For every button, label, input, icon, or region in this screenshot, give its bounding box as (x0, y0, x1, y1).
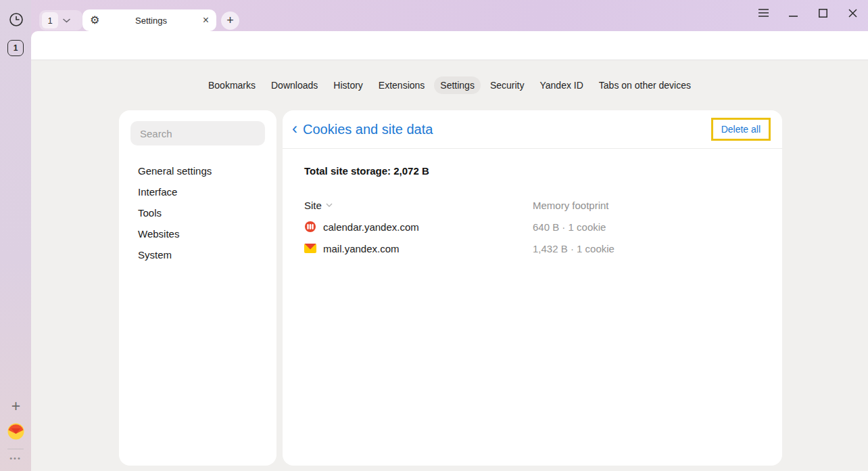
browser-side-strip: 1 + ••• (0, 0, 31, 471)
back-chevron-icon: ‹ (292, 120, 297, 138)
browser-tab-settings[interactable]: ⚙ Settings × (82, 9, 216, 31)
settings-nav-tabs: Bookmarks Downloads History Extensions S… (31, 76, 868, 94)
tab-group-count: 1 (42, 12, 58, 28)
site-cell: mail.yandex.com (304, 243, 533, 254)
sidebar-add-button[interactable]: + (7, 397, 25, 416)
history-clock-icon[interactable] (7, 11, 25, 28)
nav-tab-yandex-id[interactable]: Yandex ID (533, 76, 589, 94)
site-cell: calendar.yandex.com (304, 221, 533, 233)
cookies-title: Cookies and site data (303, 122, 433, 137)
tab-group-pill[interactable]: 1 (39, 10, 82, 30)
nav-tab-history[interactable]: History (327, 76, 369, 94)
tab-count-badge[interactable]: 1 (7, 40, 24, 56)
delete-all-button[interactable]: Delete all (711, 118, 771, 141)
search-input[interactable] (130, 121, 265, 145)
nav-tab-extensions[interactable]: Extensions (372, 76, 431, 94)
site-table-header: Site Memory footprint (304, 194, 761, 216)
settings-sections-list: General settings Interface Tools Website… (119, 160, 276, 265)
window-close-button[interactable] (844, 4, 861, 22)
total-storage-line: Total site storage: 2,072 B (304, 165, 761, 177)
nav-tab-security[interactable]: Security (484, 76, 531, 94)
nav-tab-settings[interactable]: Settings (434, 76, 481, 94)
cookies-body: Total site storage: 2,072 B Site Memory … (283, 165, 782, 259)
hamburger-icon (758, 9, 769, 17)
ellipsis-icon: ••• (9, 454, 22, 462)
clock-icon (9, 12, 24, 27)
sidebar-item-general-settings[interactable]: General settings (119, 160, 276, 181)
gear-icon: ⚙ (90, 15, 99, 26)
strip-more-button[interactable]: ••• (5, 452, 26, 464)
tab-count-label: 1 (14, 43, 18, 53)
tab-title: Settings (99, 16, 202, 26)
yandex-calendar-favicon (304, 221, 316, 233)
sidebar-item-interface[interactable]: Interface (119, 181, 276, 202)
strip-divider (7, 449, 24, 449)
settings-page: Bookmarks Downloads History Extensions S… (31, 60, 868, 471)
total-storage-label: Total site storage: (304, 165, 391, 177)
table-row[interactable]: mail.yandex.com 1,432 B · 1 cookie (304, 238, 761, 259)
site-column-header[interactable]: Site (304, 200, 533, 211)
sort-chevron-icon (326, 203, 333, 207)
yandex-mail-icon (7, 422, 25, 441)
table-row[interactable]: calendar.yandex.com 640 B · 1 cookie (304, 216, 761, 238)
yandex-mail-app-button[interactable] (7, 422, 25, 441)
yandex-mail-favicon (304, 243, 316, 254)
window-maximize-button[interactable] (814, 4, 831, 22)
memory-cell: 1,432 B · 1 cookie (533, 243, 761, 254)
sidebar-item-tools[interactable]: Tools (119, 202, 276, 223)
nav-tab-other-devices[interactable]: Tabs on other devices (593, 76, 697, 94)
minimize-icon (789, 9, 798, 17)
site-column-label: Site (304, 200, 322, 211)
total-storage-value: 2,072 B (393, 165, 429, 177)
cookies-back-link[interactable]: ‹ Cookies and site data (292, 120, 433, 138)
close-icon (848, 9, 857, 18)
sidebar-item-system[interactable]: System (119, 244, 276, 265)
site-name: mail.yandex.com (323, 243, 400, 254)
site-table: Site Memory footprint (304, 194, 761, 259)
memory-cell: 640 B · 1 cookie (533, 221, 761, 233)
chevron-down-icon (63, 18, 70, 23)
tab-close-button[interactable]: × (203, 15, 209, 26)
plus-icon: + (11, 397, 20, 416)
new-tab-button[interactable]: + (221, 12, 239, 30)
site-name: calendar.yandex.com (323, 221, 419, 233)
search-box (130, 121, 265, 145)
browser-toolbar: ← Y settings Settings ⋮ (31, 31, 868, 60)
nav-tab-downloads[interactable]: Downloads (265, 76, 324, 94)
memory-column-header: Memory footprint (533, 200, 761, 211)
cookies-panel: ‹ Cookies and site data Delete all Total… (283, 110, 782, 466)
maximize-icon (819, 9, 827, 18)
browser-window: 1 + ••• 1 ⚙ Settings × + (0, 0, 868, 471)
sidebar-item-websites[interactable]: Websites (119, 223, 276, 244)
cookies-header: ‹ Cookies and site data Delete all (283, 110, 782, 149)
settings-sidebar-panel: General settings Interface Tools Website… (119, 110, 276, 466)
window-minimize-button[interactable] (784, 4, 802, 22)
browser-menu-button[interactable] (754, 4, 772, 22)
nav-tab-bookmarks[interactable]: Bookmarks (202, 76, 262, 94)
